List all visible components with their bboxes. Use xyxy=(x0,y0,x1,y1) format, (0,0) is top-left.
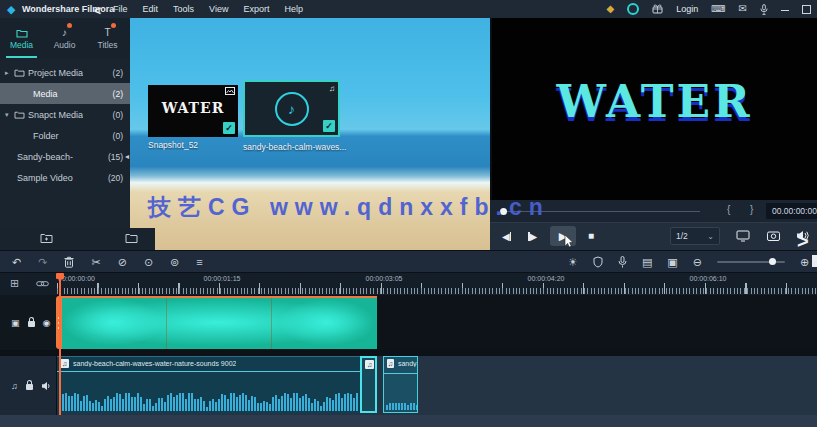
redo-icon[interactable]: ↷ xyxy=(38,256,47,268)
shield-icon[interactable] xyxy=(593,256,603,268)
tab-audio-label: Audio xyxy=(54,40,76,50)
timeline-zoom-slider[interactable] xyxy=(717,261,785,263)
timeline-toolbar: ↶ ↷ ✂ ⊘ ⊙ ⊚ ≡ ☀ ▤ ▣ ⊖ ⊕ xyxy=(0,250,817,273)
menu-tools[interactable]: Tools xyxy=(173,4,194,14)
audio-note-ring-icon: ♪ xyxy=(275,92,309,126)
audio-clip-2[interactable]: ♫ sandy-b xyxy=(383,356,418,413)
media-item-audio[interactable]: ♪ ♫ ✓ xyxy=(243,80,340,137)
mark-out-button[interactable]: } xyxy=(750,204,753,215)
keyboard-icon[interactable]: ⌨ xyxy=(711,4,725,14)
playback-rate-dropdown[interactable]: 1/2 ⌄ xyxy=(670,227,720,245)
timeline-scroll-area[interactable] xyxy=(0,415,817,427)
voice-account-icon[interactable] xyxy=(760,4,768,15)
import-folder-icon[interactable] xyxy=(40,232,53,243)
preview-title-text: WATER xyxy=(492,76,817,127)
menu-file[interactable]: File xyxy=(113,4,128,14)
tab-titles[interactable]: T Titles xyxy=(86,18,129,58)
timeline-ruler[interactable]: ⊞ 00:00:00:0000:00:01:1500:00:03:0500:00… xyxy=(0,273,817,295)
music-note-icon: ♫ xyxy=(365,360,374,369)
media-item-snapshot[interactable]: WATER ✓ xyxy=(148,85,238,137)
minimize-button[interactable] xyxy=(781,10,789,11)
undo-icon[interactable]: ↶ xyxy=(12,256,21,268)
snapshot-camera-icon[interactable] xyxy=(767,230,780,241)
tree-item-media[interactable]: Media(2) xyxy=(0,83,130,104)
sync-icon[interactable] xyxy=(627,3,639,15)
menu-export[interactable]: Export xyxy=(243,4,269,14)
speed-icon[interactable]: ⊘ xyxy=(118,256,127,268)
music-note-icon: ♫ xyxy=(60,359,69,368)
mail-icon[interactable]: ✉ xyxy=(739,4,747,14)
manage-tracks-icon[interactable]: ⊞ xyxy=(10,277,19,290)
tree-item-count: (0) xyxy=(113,110,130,120)
menu-view[interactable]: View xyxy=(209,4,228,14)
notification-badge xyxy=(111,23,116,28)
volume-envelope-line[interactable] xyxy=(57,371,360,372)
layers-icon[interactable]: ▤ xyxy=(642,256,652,268)
audio-mixer-icon[interactable]: ≡ xyxy=(196,256,202,268)
lock-icon[interactable] xyxy=(26,384,33,390)
device-frame-icon[interactable]: ▣ xyxy=(667,256,677,268)
audio-type-icon: ♫ xyxy=(329,84,335,93)
new-folder-icon[interactable] xyxy=(125,232,138,243)
menu-bar: FileEditToolsViewExportHelp xyxy=(113,0,303,18)
render-preview-icon[interactable]: ☀ xyxy=(568,256,578,268)
checkmark-icon[interactable]: ✓ xyxy=(223,122,235,134)
preview-player[interactable]: WATER xyxy=(490,18,817,200)
mute-speaker-icon[interactable] xyxy=(41,381,51,391)
stop-button[interactable]: ■ xyxy=(588,230,594,241)
video-track: ▣ ◉ xyxy=(0,295,817,350)
tree-item-folder[interactable]: Folder(0) xyxy=(0,125,130,146)
audio-clip[interactable]: ♫ sandy-beach-calm-waves-water-nature-so… xyxy=(57,356,360,413)
expand-preview-arrow[interactable]: > xyxy=(797,230,809,253)
mouse-cursor xyxy=(564,235,574,248)
tree-expand-arrow[interactable]: ▾ xyxy=(5,111,14,119)
record-mic-icon[interactable] xyxy=(618,256,627,268)
tab-audio[interactable]: ♪ Audio xyxy=(43,18,86,58)
playhead-handle[interactable] xyxy=(56,273,64,279)
tree-expand-arrow[interactable]: ▸ xyxy=(5,69,14,77)
tree-item-sandy-beach-[interactable]: Sandy-beach-(15)◂ xyxy=(0,146,130,167)
eye-icon[interactable]: ◉ xyxy=(43,318,51,328)
tree-item-snapct-media[interactable]: ▾Snapct Media(0) xyxy=(0,104,130,125)
volume-envelope-line[interactable] xyxy=(384,373,417,374)
collapse-panel-arrow[interactable]: < xyxy=(94,4,101,18)
menu-edit[interactable]: Edit xyxy=(143,4,159,14)
clipped-edge-element xyxy=(812,255,817,267)
audio-clip-label: sandy-b xyxy=(398,360,417,367)
video-clip[interactable] xyxy=(60,296,377,349)
panel-scroll-arrow[interactable]: ◂ xyxy=(125,152,129,161)
tree-item-project-media[interactable]: ▸Project Media(2) xyxy=(0,62,130,83)
playhead[interactable] xyxy=(59,273,61,415)
lock-icon[interactable] xyxy=(28,321,35,327)
delete-trash-icon[interactable] xyxy=(64,256,74,268)
folder-icon xyxy=(16,28,28,38)
fullscreen-monitor-icon[interactable] xyxy=(736,230,750,242)
mark-in-button[interactable]: { xyxy=(727,204,730,215)
zoom-slider-handle[interactable] xyxy=(769,258,776,265)
tree-item-label: Folder xyxy=(33,131,59,141)
checkmark-icon[interactable]: ✓ xyxy=(323,120,335,132)
color-icon[interactable]: ⊙ xyxy=(144,256,153,268)
link-icon[interactable] xyxy=(36,279,49,288)
image-type-icon xyxy=(225,87,235,95)
gift-icon[interactable] xyxy=(652,4,663,14)
duration-timer-icon[interactable]: ⊚ xyxy=(170,256,179,268)
tree-item-sample-video[interactable]: Sample Video(20) xyxy=(0,167,130,188)
login-button[interactable]: Login xyxy=(676,4,698,14)
audio-clip-segment-selected[interactable]: ♫ xyxy=(360,356,377,413)
next-frame-button[interactable]: ▶ xyxy=(528,231,537,242)
upgrade-gem-icon[interactable]: ◆ xyxy=(606,4,614,14)
audio-track-icon: ♫ xyxy=(11,381,18,391)
tab-media[interactable]: Media xyxy=(0,18,43,58)
menu-help[interactable]: Help xyxy=(284,4,303,14)
restore-button[interactable] xyxy=(802,5,811,14)
previous-frame-button[interactable]: ◀ xyxy=(502,231,511,242)
music-note-icon: ♫ xyxy=(387,359,394,368)
split-scissors-icon[interactable]: ✂ xyxy=(91,256,100,268)
title-bar: ◆ Wondershare Filmora FileEditToolsViewE… xyxy=(0,0,817,19)
audio-track: ♫ ♫ sandy-beach-calm-waves-water-nature-… xyxy=(0,356,817,415)
zoom-out-icon[interactable]: ⊖ xyxy=(693,256,702,268)
tree-item-label: Sample Video xyxy=(17,173,73,183)
zoom-in-icon[interactable]: ⊕ xyxy=(800,256,809,268)
library-tabs: Media ♪ Audio T Titles xyxy=(0,18,130,58)
